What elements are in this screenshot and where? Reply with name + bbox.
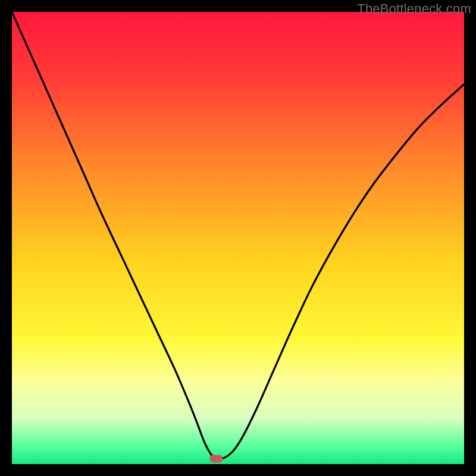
optimum-marker — [210, 455, 223, 462]
gradient-background — [12, 12, 464, 464]
chart-frame — [12, 12, 464, 464]
watermark-text: TheBottleneck.com — [357, 1, 471, 17]
bottleneck-chart — [12, 12, 464, 464]
